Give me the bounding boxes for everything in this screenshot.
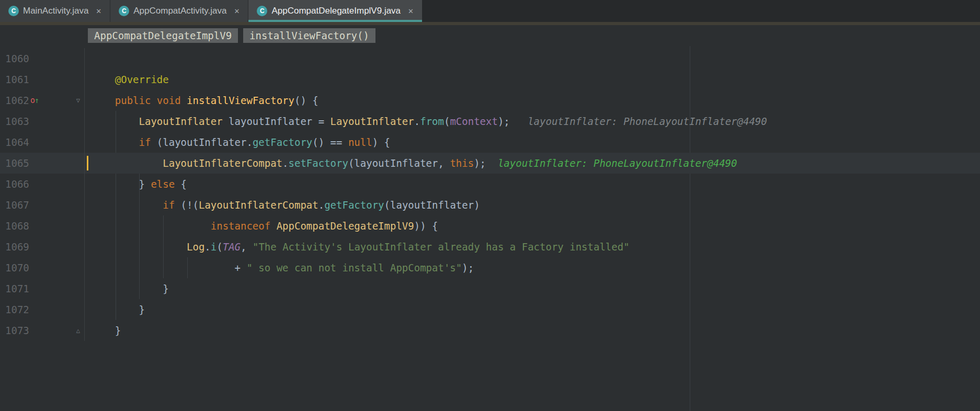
- code-line[interactable]: 1067 if (!(LayoutInflaterCompat.getFacto…: [0, 195, 980, 215]
- code-line[interactable]: 1069 Log.i(TAG, "The Activity's LayoutIn…: [0, 236, 980, 257]
- code-line[interactable]: 1060: [0, 48, 980, 69]
- java-class-icon: C: [257, 6, 267, 16]
- code-line[interactable]: 1066 } else {: [0, 174, 980, 195]
- code-token: TAG: [223, 241, 241, 253]
- code-token: .: [282, 157, 288, 169]
- line-number: 1072: [5, 304, 29, 315]
- editor-tab[interactable]: CAppCompatActivity.java✕: [110, 0, 248, 22]
- code-line-text[interactable]: + " so we can not install AppCompat's");: [85, 257, 980, 278]
- code-line[interactable]: 1068 instanceof AppCompatDelegateImplV9)…: [0, 215, 980, 236]
- code-token: @Override: [115, 74, 169, 85]
- code-line-text[interactable]: }: [85, 320, 980, 341]
- breadcrumb-item[interactable]: AppCompatDelegateImplV9: [88, 28, 238, 43]
- code-token: {: [175, 178, 187, 190]
- code-token: layoutInflater: PhoneLayoutInflater@4490: [498, 157, 737, 169]
- tab-label: AppCompatActivity.java: [133, 6, 226, 16]
- code-line-text[interactable]: }: [85, 299, 980, 320]
- code-line[interactable]: 1070 + " so we can not install AppCompat…: [0, 257, 980, 278]
- line-number: 1068: [5, 220, 29, 232]
- close-icon[interactable]: ✕: [408, 7, 414, 15]
- close-icon[interactable]: ✕: [234, 7, 240, 15]
- code-line[interactable]: 1073△ }: [0, 320, 980, 341]
- tab-label: MainActivity.java: [23, 6, 88, 16]
- code-line[interactable]: 1065 LayoutInflaterCompat.setFactory(lay…: [0, 153, 980, 174]
- code-line-text[interactable]: LayoutInflater layoutInflater = LayoutIn…: [85, 111, 980, 132]
- tab-label: AppCompatDelegateImplV9.java: [271, 6, 401, 16]
- code-token: [91, 74, 115, 85]
- code-line[interactable]: 1072 }: [0, 299, 980, 320]
- override-method-icon[interactable]: o↑: [30, 90, 39, 111]
- code-token: .: [414, 116, 420, 127]
- code-line-text[interactable]: } else {: [85, 174, 980, 195]
- gutter-cell[interactable]: 1064: [0, 132, 85, 153]
- code-token: [151, 95, 156, 106]
- fold-end-icon[interactable]: △: [76, 320, 80, 341]
- code-line[interactable]: 1071 }: [0, 278, 980, 299]
- code-token: (layoutInflater.: [151, 136, 252, 148]
- code-token: AppCompatDelegateImplV9: [277, 220, 414, 232]
- gutter-cell[interactable]: 1066: [0, 174, 85, 195]
- gutter-cell[interactable]: 1071: [0, 278, 85, 299]
- close-icon[interactable]: ✕: [96, 7, 101, 15]
- code-token: else: [151, 178, 175, 190]
- code-line[interactable]: 1063 LayoutInflater layoutInflater = Lay…: [0, 111, 980, 132]
- gutter-cell[interactable]: 1069: [0, 236, 85, 257]
- code-token: [91, 304, 139, 315]
- gutter-cell[interactable]: 1068: [0, 215, 85, 236]
- gutter-cell[interactable]: 1072: [0, 299, 85, 320]
- code-line[interactable]: 1064 if (layoutInflater.getFactory() == …: [0, 132, 980, 153]
- gutter-cell[interactable]: 1067: [0, 195, 85, 215]
- code-token: (: [444, 116, 450, 127]
- code-token: layoutInflater: PhoneLayoutInflater@4490: [528, 116, 767, 127]
- fold-start-icon[interactable]: ▽: [76, 90, 80, 111]
- code-token: }: [163, 283, 168, 294]
- code-line-text[interactable]: instanceof AppCompatDelegateImplV9)) {: [85, 215, 980, 236]
- gutter-cell[interactable]: 1065: [0, 153, 85, 174]
- line-number: 1073: [5, 325, 29, 336]
- editor-tab-bar: CMainActivity.java✕CAppCompatActivity.ja…: [0, 0, 980, 22]
- code-token: );: [462, 262, 474, 273]
- code-line-text[interactable]: Log.i(TAG, "The Activity's LayoutInflate…: [85, 236, 980, 257]
- gutter-cell[interactable]: 1070: [0, 257, 85, 278]
- editor-tab[interactable]: CAppCompatDelegateImplV9.java✕: [248, 0, 423, 22]
- line-number: 1061: [5, 74, 29, 85]
- code-token: ) {: [372, 136, 390, 148]
- code-token: [91, 95, 115, 106]
- code-line-text[interactable]: [85, 48, 980, 69]
- code-line-text[interactable]: if (!(LayoutInflaterCompat.getFactory(la…: [85, 195, 980, 215]
- code-token: " so we can not install AppCompat's": [246, 262, 462, 273]
- code-line-text[interactable]: LayoutInflaterCompat.setFactory(layoutIn…: [85, 153, 980, 174]
- line-number: 1066: [5, 178, 29, 190]
- override-marker-o: o: [30, 96, 35, 105]
- code-line-text[interactable]: public void installViewFactory() {: [85, 90, 980, 111]
- code-token: .: [204, 241, 210, 253]
- line-number: 1067: [5, 199, 29, 211]
- code-token: if: [163, 199, 175, 211]
- code-line-text[interactable]: @Override: [85, 69, 980, 90]
- breadcrumb-bar: AppCompatDelegateImplV9installViewFactor…: [0, 25, 980, 46]
- gutter-cell[interactable]: 1063: [0, 111, 85, 132]
- gutter-cell[interactable]: 1060: [0, 48, 85, 69]
- line-number: 1070: [5, 262, 29, 273]
- code-token: )) {: [414, 220, 438, 232]
- code-token: public: [115, 95, 151, 106]
- code-editor[interactable]: 10601061 @Override1062o↑▽ public void in…: [0, 46, 980, 411]
- gutter-cell[interactable]: 1061: [0, 69, 85, 90]
- code-line[interactable]: 1062o↑▽ public void installViewFactory()…: [0, 90, 980, 111]
- code-token: [270, 220, 276, 232]
- line-number: 1062: [5, 95, 29, 106]
- java-class-icon: C: [8, 6, 19, 16]
- override-marker-arrow: ↑: [35, 96, 39, 105]
- code-token: layoutInflater =: [223, 116, 331, 127]
- gutter-cell[interactable]: 1062o↑▽: [0, 90, 85, 111]
- breadcrumb-item[interactable]: installViewFactory(): [243, 28, 375, 43]
- editor-tab[interactable]: CMainActivity.java✕: [0, 0, 110, 22]
- code-line-text[interactable]: }: [85, 278, 980, 299]
- gutter-cell[interactable]: 1073△: [0, 320, 85, 341]
- code-token: () {: [294, 95, 318, 106]
- code-token: [91, 283, 163, 294]
- code-token: [91, 262, 235, 273]
- code-token: void: [157, 95, 181, 106]
- code-line[interactable]: 1061 @Override: [0, 69, 980, 90]
- code-line-text[interactable]: if (layoutInflater.getFactory() == null)…: [85, 132, 980, 153]
